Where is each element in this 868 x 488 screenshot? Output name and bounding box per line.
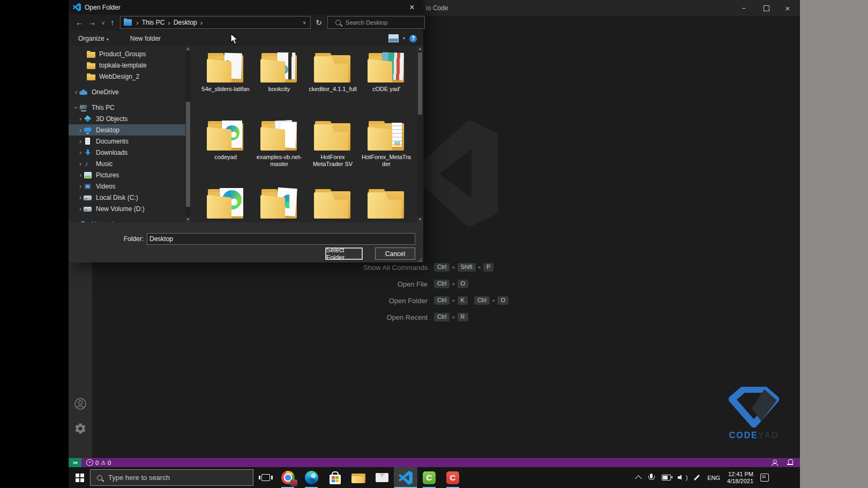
language-indicator[interactable]: ENG	[707, 475, 720, 481]
tree-item[interactable]: › New Volume (D:)	[69, 203, 185, 214]
resize-grip[interactable]	[417, 257, 422, 262]
chevron-icon[interactable]: ›	[77, 149, 84, 156]
breadcrumb[interactable]: › This PC › Desktop › ∨	[120, 16, 311, 29]
taskbar-camtasia-recorder[interactable]: C	[441, 467, 465, 488]
address-dropdown-chevron[interactable]: ∨	[301, 20, 309, 25]
tree-item[interactable]: › Network	[69, 219, 185, 222]
taskbar-search-input[interactable]	[107, 473, 238, 482]
chevron-icon[interactable]: ›	[77, 194, 84, 201]
key-o: O	[458, 280, 469, 288]
hidden-icons-chevron[interactable]	[635, 475, 642, 482]
recent-locations-chevron[interactable]: ∨	[101, 20, 105, 26]
view-options-icon[interactable]	[388, 34, 399, 42]
help-icon[interactable]: ?	[409, 35, 417, 42]
close-button[interactable]: ×	[776, 0, 799, 16]
account-icon[interactable]	[74, 397, 87, 410]
action-center-icon[interactable]	[760, 474, 769, 482]
task-view-button[interactable]	[256, 467, 276, 488]
tree-item[interactable]: › Documents	[69, 136, 185, 147]
clock[interactable]: 12:41 PM4/18/2021	[727, 471, 753, 485]
taskbar-chrome[interactable]	[276, 467, 300, 488]
scroll-up-arrow[interactable]	[185, 46, 191, 51]
taskbar-store[interactable]	[323, 467, 347, 488]
minimize-button[interactable]: −	[732, 0, 755, 16]
dialog-titlebar[interactable]: Open Folder ×	[69, 0, 423, 14]
folder-name-input[interactable]	[147, 233, 415, 245]
cancel-button[interactable]: Cancel	[375, 247, 415, 260]
tree-item[interactable]: › topkala-template	[69, 59, 185, 71]
breadcrumb-item[interactable]: Desktop ›	[174, 19, 206, 27]
refresh-icon[interactable]: ↻	[316, 18, 322, 27]
new-folder-button[interactable]: New folder	[130, 35, 161, 42]
scroll-down-arrow[interactable]	[185, 217, 191, 222]
chevron-icon[interactable]: ›	[77, 161, 84, 167]
tree-item[interactable]: › Downloads	[69, 147, 185, 158]
file-grid-item[interactable]: ckeditor_4.1.1_full	[306, 51, 360, 111]
taskbar-mail[interactable]	[370, 467, 394, 488]
organize-button[interactable]: Organize▾	[78, 35, 109, 42]
back-button[interactable]: ←	[76, 18, 83, 27]
battery-icon[interactable]	[662, 475, 671, 481]
chevron-icon[interactable]: ›	[77, 183, 84, 190]
search-input[interactable]	[345, 19, 416, 26]
settings-gear-icon[interactable]	[74, 422, 87, 435]
chevron-icon[interactable]: ›	[77, 206, 84, 212]
tree-scrollbar-thumb[interactable]	[186, 102, 190, 207]
forward-button[interactable]: →	[88, 18, 96, 27]
dialog-close-button[interactable]: ×	[401, 0, 423, 14]
tree-item[interactable]: › Desktop	[69, 124, 185, 136]
file-grid-item[interactable]	[252, 187, 306, 222]
file-grid-item[interactable]	[360, 187, 413, 222]
tree-item[interactable]: › Videos	[69, 181, 185, 192]
restore-button[interactable]	[755, 0, 777, 16]
tree-item[interactable]: › Pictures	[69, 169, 185, 181]
file-grid-item[interactable]	[199, 187, 252, 222]
grid-scrollbar-thumb[interactable]	[418, 52, 422, 115]
search-box[interactable]	[327, 16, 425, 29]
chevron-icon[interactable]: ›	[77, 127, 84, 133]
chevron-icon[interactable]: ›	[73, 104, 79, 111]
volume-icon[interactable]	[678, 474, 686, 481]
taskbar-edge[interactable]	[300, 467, 323, 488]
scroll-down-arrow[interactable]	[417, 217, 423, 222]
select-folder-button[interactable]: Select Folder	[325, 247, 363, 260]
tree-item[interactable]: › WebDesign_2	[69, 71, 185, 82]
chevron-icon[interactable]: ›	[77, 116, 84, 122]
pen-icon[interactable]	[694, 475, 700, 481]
breadcrumb-item[interactable]: This PC ›	[142, 19, 174, 27]
file-grid-item[interactable]: HotForex_MetaTrader	[360, 119, 413, 179]
tree-item[interactable]: › Product_Groups	[69, 48, 185, 59]
tree-item[interactable]: › 3D Objects	[69, 113, 185, 124]
tree-item[interactable]: › Music	[69, 158, 185, 169]
file-grid-item[interactable]: 54e_sliders-latifan	[199, 51, 252, 111]
start-button[interactable]	[69, 467, 90, 488]
taskbar-file-explorer[interactable]	[347, 467, 370, 488]
chevron-icon[interactable]: ›	[73, 89, 79, 95]
tree-item[interactable]: › This PC	[69, 102, 185, 113]
file-grid-item[interactable]: codeyad	[199, 119, 252, 179]
view-options-caret-icon[interactable]: ▾	[403, 36, 405, 41]
taskbar-camtasia[interactable]: C	[417, 467, 441, 488]
chevron-icon[interactable]: ›	[77, 138, 84, 145]
notifications-bell-icon[interactable]	[787, 459, 794, 466]
folder-icon	[205, 119, 246, 152]
file-grid-item[interactable]	[306, 187, 360, 222]
feedback-icon[interactable]	[772, 460, 779, 466]
tree-item[interactable]: › Local Disk (C:)	[69, 192, 185, 203]
file-grid-item[interactable]: cODE yad'	[360, 51, 413, 111]
taskbar-vscode[interactable]	[394, 467, 417, 488]
tree-scrollbar[interactable]	[185, 46, 191, 222]
tree-item[interactable]: › OneDrive	[69, 86, 185, 97]
file-grid-item[interactable]: examples-vb.net-master	[252, 119, 306, 179]
scroll-up-arrow[interactable]	[417, 46, 423, 51]
grid-scrollbar[interactable]	[417, 46, 423, 222]
problems-errors[interactable]: × 0 ⚠ 0	[86, 459, 111, 466]
file-grid-item[interactable]: HotForex MetaTrader SV	[306, 119, 360, 179]
file-grid-item[interactable]: bookcity	[252, 51, 306, 111]
up-button[interactable]: ↑	[110, 18, 114, 27]
taskbar-search[interactable]	[90, 469, 253, 486]
microphone-icon[interactable]	[648, 474, 655, 482]
tree-item-label: Videos	[96, 183, 115, 190]
chevron-icon[interactable]: ›	[77, 172, 84, 178]
remote-indicator[interactable]: ><	[69, 458, 81, 467]
